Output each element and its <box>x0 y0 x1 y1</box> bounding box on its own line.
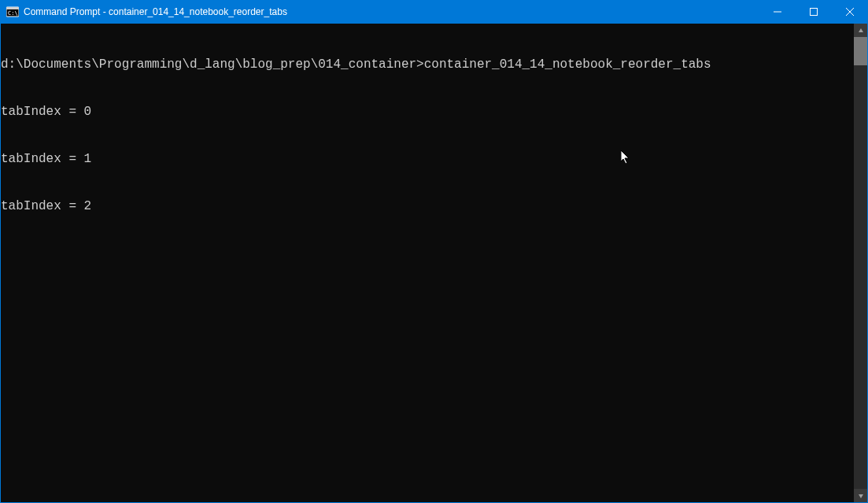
window-controls <box>759 0 868 24</box>
terminal-line: tabIndex = 1 <box>1 151 854 167</box>
app-window: C:\ Command Prompt - container_014_14_no… <box>0 0 868 503</box>
minimize-button[interactable] <box>759 0 796 24</box>
titlebar[interactable]: C:\ Command Prompt - container_014_14_no… <box>0 0 868 24</box>
svg-marker-7 <box>859 28 863 32</box>
terminal-wrapper: d:\Documents\Programming\d_lang\blog_pre… <box>1 24 867 502</box>
scroll-up-button[interactable] <box>854 24 867 37</box>
close-button[interactable] <box>832 0 868 24</box>
svg-text:C:\: C:\ <box>8 10 18 17</box>
scroll-thumb[interactable] <box>854 37 867 65</box>
terminal-output[interactable]: d:\Documents\Programming\d_lang\blog_pre… <box>1 24 854 502</box>
maximize-button[interactable] <box>796 0 832 24</box>
window-title: Command Prompt - container_014_14_notebo… <box>24 6 287 17</box>
terminal-line: tabIndex = 0 <box>1 104 854 120</box>
svg-marker-8 <box>859 494 863 498</box>
svg-rect-4 <box>811 9 818 16</box>
svg-rect-1 <box>6 7 19 9</box>
vertical-scrollbar[interactable] <box>854 24 867 502</box>
scroll-down-button[interactable] <box>854 489 867 502</box>
scroll-track[interactable] <box>854 37 867 489</box>
client-area: d:\Documents\Programming\d_lang\blog_pre… <box>0 24 868 503</box>
terminal-line: d:\Documents\Programming\d_lang\blog_pre… <box>1 57 854 72</box>
terminal-line: tabIndex = 2 <box>1 198 854 214</box>
cmd-icon: C:\ <box>6 6 19 18</box>
